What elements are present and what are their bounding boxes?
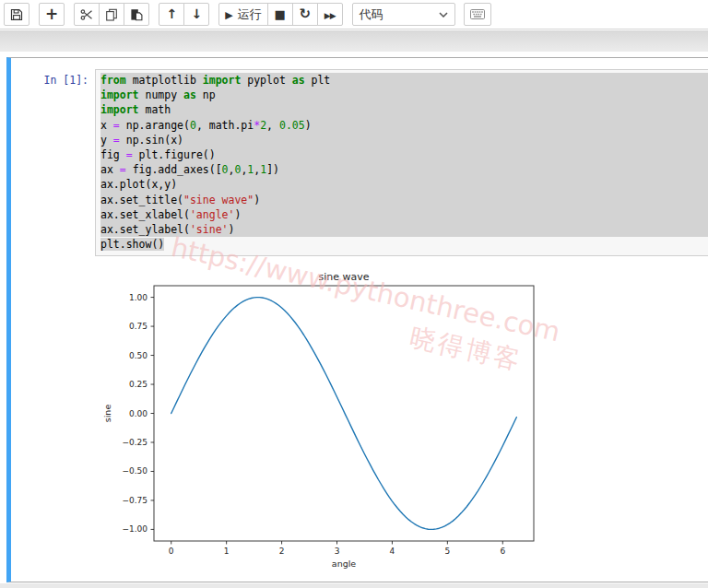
svg-text:4: 4: [390, 547, 395, 556]
edit-group: [74, 3, 149, 26]
plot-title: sine wave: [318, 271, 369, 283]
code-line: y = np.sin(x): [100, 133, 708, 147]
run-button-label: 运行: [238, 6, 262, 23]
copy-cell-button[interactable]: [99, 3, 124, 26]
cell-input-row: In [1]: from matplotlib import pyplot as…: [11, 69, 708, 256]
copy-icon: [105, 8, 118, 21]
arrow-up-icon: ↑: [166, 7, 177, 21]
save-button[interactable]: [4, 3, 30, 26]
svg-text:0.50: 0.50: [129, 351, 148, 360]
svg-text:3: 3: [335, 547, 340, 556]
command-palette-button[interactable]: [464, 3, 491, 26]
svg-text:1.00: 1.00: [129, 293, 148, 302]
code-line: x = np.arange(0, math.pi*2, 0.05): [100, 118, 708, 133]
code-line: import math: [100, 102, 708, 117]
code-line: fig = plt.figure(): [100, 147, 708, 162]
svg-text:0.25: 0.25: [129, 380, 148, 389]
run-icon: ▶: [225, 7, 232, 21]
move-group: ↑↓: [159, 3, 209, 26]
notebook-toolbar: +↑↓▶运行■↻▶▶ 代码: [0, 0, 708, 29]
paste-icon: [130, 8, 143, 21]
code-line: ax = fig.add_axes([0,0,1,1]): [100, 162, 708, 177]
svg-text:5: 5: [444, 547, 450, 556]
restart-run-all-button[interactable]: ▶▶: [317, 3, 343, 26]
chevron-down-icon: [439, 12, 448, 18]
cell-type-value: 代码: [360, 6, 384, 23]
cell-type-select[interactable]: 代码: [352, 3, 455, 26]
move-cell-up-button[interactable]: ↑: [159, 3, 184, 26]
plus-icon: +: [45, 6, 58, 22]
svg-text:0.00: 0.00: [129, 409, 148, 418]
toolbar-divider-strip: [0, 30, 708, 52]
plot-xlabel: angle: [332, 559, 357, 569]
stop-button[interactable]: ■: [267, 3, 293, 26]
selected-code-cell[interactable]: In [1]: from matplotlib import pyplot as…: [6, 57, 708, 582]
cell-output-area: sine wave01234561.000.750.500.250.00−0.2…: [11, 265, 708, 582]
code-editor[interactable]: from matplotlib import pyplot as pltimpo…: [95, 69, 708, 256]
code-line: from matplotlib import pyplot as plt: [100, 73, 708, 88]
page-background-strip: [0, 583, 708, 588]
cut-icon: [80, 8, 93, 21]
svg-text:−0.25: −0.25: [122, 438, 148, 447]
code-line: plt.show(): [100, 237, 708, 252]
arrow-down-icon: ↓: [191, 7, 202, 21]
move-cell-down-button[interactable]: ↓: [183, 3, 209, 26]
keyboard-icon: [470, 9, 485, 19]
svg-text:0: 0: [169, 547, 174, 556]
sine-wave-plot: sine wave01234561.000.750.500.250.00−0.2…: [99, 265, 560, 578]
insert-cell-button[interactable]: +: [39, 3, 65, 26]
svg-text:0.75: 0.75: [129, 323, 148, 332]
svg-text:−0.75: −0.75: [122, 496, 148, 505]
keyboard-group: [464, 3, 491, 26]
fast-forward-icon: ▶▶: [324, 7, 336, 21]
code-line: ax.set_title("sine wave"): [100, 193, 708, 207]
svg-text:6: 6: [500, 547, 505, 556]
save-icon: [10, 8, 23, 21]
plot-ylabel: sine: [102, 405, 112, 423]
svg-text:−0.50: −0.50: [122, 467, 148, 476]
restart-kernel-button[interactable]: ↻: [292, 3, 318, 26]
cut-cell-button[interactable]: [74, 3, 100, 26]
insert-group: +: [39, 3, 65, 26]
restart-icon: ↻: [299, 7, 311, 21]
code-line: ax.set_xlabel('angle'): [100, 207, 708, 222]
svg-text:1: 1: [224, 547, 230, 556]
jupyter-notebook-page: +↑↓▶运行■↻▶▶ 代码 In [1]: from matplotlib im…: [0, 0, 708, 588]
input-prompt: In [1]:: [11, 69, 95, 256]
paste-cell-button[interactable]: [124, 3, 149, 26]
code-line: import numpy as np: [100, 88, 708, 102]
run-group: ▶运行■↻▶▶: [218, 3, 342, 26]
code-line: ax.set_ylabel('sine'): [100, 222, 708, 237]
file-group: [4, 3, 30, 26]
svg-text:−1.00: −1.00: [122, 525, 148, 535]
run-button[interactable]: ▶运行: [218, 3, 267, 26]
svg-text:2: 2: [279, 547, 285, 556]
stop-icon: ■: [275, 7, 286, 21]
code-line: ax.plot(x,y): [100, 177, 708, 192]
